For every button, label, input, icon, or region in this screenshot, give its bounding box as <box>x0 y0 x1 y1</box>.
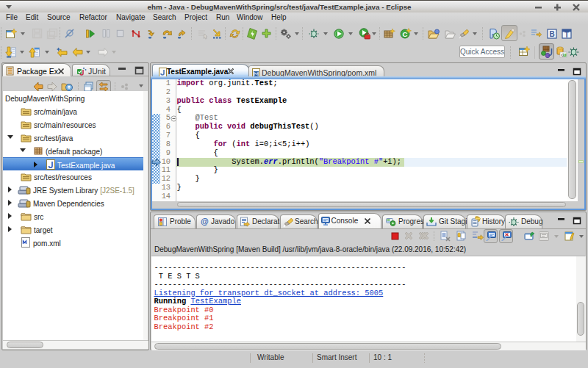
svg-text:T: T <box>564 31 569 39</box>
svg-text:B: B <box>549 30 554 38</box>
